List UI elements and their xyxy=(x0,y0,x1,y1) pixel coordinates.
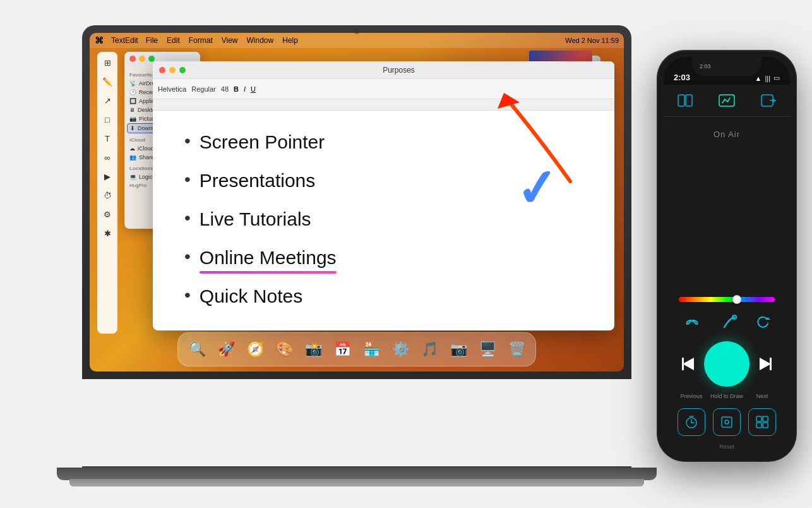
dock-finder[interactable]: 🔍 xyxy=(184,337,210,362)
iphone-screen: 2:03 2:03 ▲ ||| ▭ xyxy=(664,57,790,455)
font-name[interactable]: Helvetica xyxy=(158,85,186,93)
bottom-labels: Previous Hold to Draw Next xyxy=(664,392,790,403)
tool-rect[interactable]: □ xyxy=(100,112,114,126)
drawing-toolbar: ⊞ ✏️ ↗ □ T ∞ ▶ ⏱ ⚙ ✱ xyxy=(97,52,117,334)
menubar-datetime: Wed 2 Nov 11:59 xyxy=(565,37,619,44)
menu-file[interactable]: File xyxy=(146,36,158,45)
downloads-icon: ⬇ xyxy=(130,125,135,131)
red-arrow-annotation xyxy=(469,80,595,194)
macbook-icon: 💻 xyxy=(129,174,136,180)
bullet-dot-4: • xyxy=(184,245,191,268)
doc-minimize-button[interactable] xyxy=(169,67,176,73)
infinity-tool[interactable] xyxy=(682,315,705,330)
bullet-quick-notes: • Quick Notes xyxy=(184,284,583,308)
pictures-icon: 📷 xyxy=(129,116,136,122)
drawing-tools-row xyxy=(664,308,790,336)
tool-play[interactable]: ▶ xyxy=(100,169,114,183)
dock-calendar[interactable]: 📅 xyxy=(330,337,355,362)
iphone-top-toolbar xyxy=(664,85,790,117)
dock-trash[interactable]: 🗑️ xyxy=(504,337,529,362)
refresh-tool[interactable] xyxy=(754,313,772,331)
menu-view[interactable]: View xyxy=(222,36,238,45)
tool-arrow[interactable]: ↗ xyxy=(100,94,114,107)
menubar-items: File Edit Format View Window Help xyxy=(146,36,298,45)
tool-settings[interactable]: ⚙ xyxy=(100,207,114,221)
font-style[interactable]: Regular xyxy=(191,85,216,93)
svg-marker-8 xyxy=(683,358,694,370)
screen-pointer-text: Screen Pointer xyxy=(200,130,325,154)
macbook-lid: ⌘ TextEdit File Edit Format View Window … xyxy=(82,25,631,379)
italic-btn[interactable]: I xyxy=(244,85,246,93)
dock-photos[interactable]: 📸 xyxy=(301,337,326,362)
tool-gear2[interactable]: ✱ xyxy=(100,226,114,240)
next-button[interactable] xyxy=(751,350,779,378)
dock-app4[interactable]: 🎨 xyxy=(272,337,297,362)
dock-launchpad[interactable]: 🚀 xyxy=(213,337,239,362)
iphone-layout-btn[interactable] xyxy=(674,91,696,110)
tool-text[interactable]: T xyxy=(100,131,114,145)
underline-btn[interactable]: U xyxy=(251,85,256,93)
dock-music[interactable]: 🎵 xyxy=(417,337,442,362)
hold-to-draw-button[interactable] xyxy=(704,341,749,387)
iphone-layout-icon xyxy=(678,94,693,107)
live-tutorials-text: Live Tutorials xyxy=(200,207,311,231)
previous-button[interactable] xyxy=(674,350,702,378)
bold-btn[interactable]: B xyxy=(234,85,239,93)
minimize-button[interactable] xyxy=(139,56,145,62)
on-air-label: On Air xyxy=(713,130,740,139)
iphone-annotation-btn[interactable] xyxy=(715,91,738,110)
menu-help[interactable]: Help xyxy=(282,36,298,45)
iphone-status-icons: ▲ ||| ▭ xyxy=(755,74,780,82)
rainbow-color-slider[interactable] xyxy=(679,297,775,302)
main-control-section xyxy=(664,336,790,392)
color-slider-thumb[interactable] xyxy=(732,295,741,304)
macbook: ⌘ TextEdit File Edit Format View Window … xyxy=(82,25,631,480)
color-slider-section xyxy=(669,291,785,308)
next-icon xyxy=(756,354,775,373)
recents-icon: 🕐 xyxy=(129,89,136,95)
bullet-dot-1: • xyxy=(184,130,191,152)
doc-close-button[interactable] xyxy=(159,67,165,73)
svg-rect-2 xyxy=(686,95,692,106)
applications-icon: 🔲 xyxy=(129,98,136,104)
hold-to-draw-label: Hold to Draw xyxy=(709,393,744,399)
doc-title: Purposes xyxy=(189,66,608,75)
close-button[interactable] xyxy=(129,56,136,62)
app-name[interactable]: TextEdit xyxy=(111,36,138,45)
menu-edit[interactable]: Edit xyxy=(167,36,180,45)
iphone-middle-space xyxy=(664,152,790,291)
menu-window[interactable]: Window xyxy=(247,36,274,45)
svg-rect-1 xyxy=(678,95,684,106)
dock-safari[interactable]: 🧭 xyxy=(242,337,268,362)
macbook-screen: ⌘ TextEdit File Edit Format View Window … xyxy=(90,33,624,372)
online-meetings-underline: Online Meetings xyxy=(200,245,337,270)
notch-time: 2:03 xyxy=(700,63,711,70)
dock-app10[interactable]: 🖥️ xyxy=(475,337,500,362)
pen-tool[interactable] xyxy=(720,313,738,331)
tool-select[interactable]: ⊞ xyxy=(100,56,114,70)
apple-menu-icon[interactable]: ⌘ xyxy=(95,35,104,45)
tool-pen[interactable]: ✏️ xyxy=(100,75,114,88)
main-document-window: Purposes Helvetica Regular 48 B I U xyxy=(153,61,614,330)
doc-titlebar: Purposes xyxy=(153,61,614,79)
desktop-icon-small: 🖥 xyxy=(129,107,135,113)
tool-shape[interactable]: ∞ xyxy=(100,150,114,164)
pen-icon xyxy=(720,313,738,331)
grid-tool-btn[interactable] xyxy=(748,408,776,436)
dock-camera2[interactable]: 📷 xyxy=(446,337,471,362)
dock-settings[interactable]: ⚙️ xyxy=(388,337,413,362)
font-size[interactable]: 48 xyxy=(221,85,229,93)
next-label: Next xyxy=(744,393,780,399)
tool-timer[interactable]: ⏱ xyxy=(100,188,114,202)
iphone-annotation-icon xyxy=(719,94,735,107)
iphone-exit-btn[interactable] xyxy=(757,91,780,110)
svg-rect-20 xyxy=(763,423,768,428)
frame-tool-btn[interactable] xyxy=(713,408,741,436)
doc-maximize-button[interactable] xyxy=(179,67,186,73)
timer-tool-btn[interactable] xyxy=(678,408,705,436)
menu-format[interactable]: Format xyxy=(189,36,213,45)
online-meetings-text: Online Meetings xyxy=(200,245,337,270)
dock-app-store[interactable]: 🏪 xyxy=(359,337,384,362)
iphone-exit-icon xyxy=(761,94,776,107)
maximize-button[interactable] xyxy=(148,56,155,62)
